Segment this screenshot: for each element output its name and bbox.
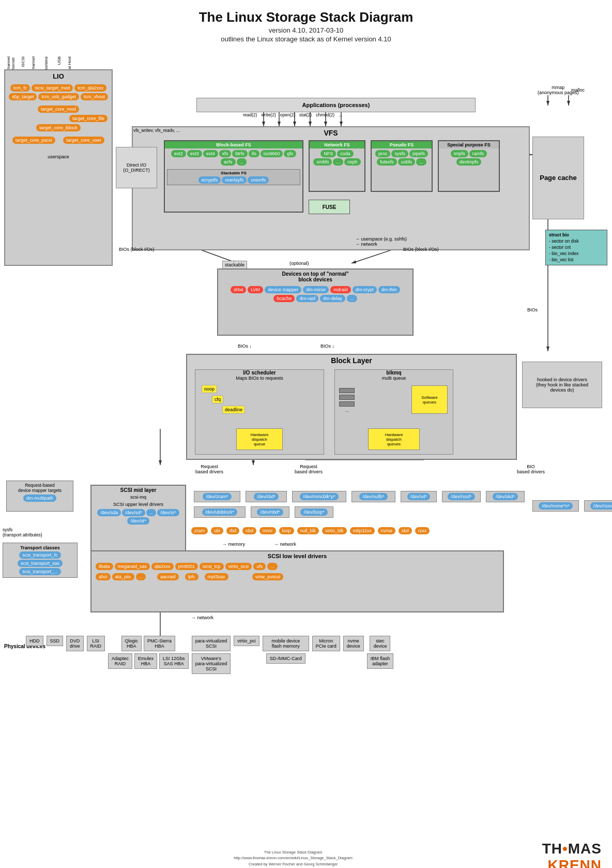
pvscsi-group: para-virtualizedSCSI VMware'spara-virtua… [192, 636, 231, 674]
pill-smbfs: smbfs [313, 158, 332, 166]
pill-tcm-usb: tcm_usb_gadget [38, 93, 79, 100]
subtitle1: version 4.10, 2017-03-10 [0, 26, 612, 34]
pill-nbd: nbd [242, 527, 256, 534]
pill-libata: libata [96, 563, 113, 570]
pill-aacraid: aacraid [157, 573, 179, 580]
fuse-label: FUSE [323, 204, 336, 210]
queue-box-2 [339, 395, 355, 400]
title-area: The Linux Storage Stack Diagram version … [0, 0, 612, 46]
pill-dm-raid: dm-raid [296, 295, 318, 302]
dev-vd-box: /dev/vd* [401, 491, 437, 502]
pill-tcm-fc: tcm_fc [10, 84, 30, 92]
dev-skd-box: /dev/skd* [486, 491, 525, 502]
syscall-write: write(2) [261, 112, 276, 117]
network-fs-section: Network FS NFS coda smbfs ... ceph [309, 140, 365, 192]
scsi-mq-label: scsi-mq [91, 495, 185, 500]
brand-dot: • [562, 841, 568, 857]
dev-ubiblock-box: /dev/ubiblock* [194, 506, 246, 518]
pill-device-mapper: device mapper [265, 286, 301, 293]
pill-dev-nullb: /dev/nullb* [359, 493, 387, 500]
pill-unionfs: unionfs [248, 176, 269, 184]
target-core-bottom-row: target_core_pscsi target_core_user [5, 137, 112, 144]
brand-krenn: KRENN [542, 857, 602, 868]
diagram: Fibre Channelover Ethernet iSCSI Fibre C… [0, 46, 612, 868]
pseudo-fs-pills: proc sysfs pipefs futexfs usbfs ... [372, 148, 432, 167]
pill-coda: coda [337, 150, 354, 157]
pill-dots: ... [237, 158, 247, 166]
pill-dev-sr: /dev/sr* [157, 509, 179, 516]
lio-section: LIO tcm_fc iscsi_target_mod tcm_qla2xxx … [4, 69, 113, 266]
pill-target-core-iblock: target_core_iblock [36, 124, 81, 131]
memory-note: → memory [222, 542, 245, 547]
box-para-virt-scsi: para-virtualizedSCSI [192, 636, 231, 651]
vfs-label: VFS [133, 127, 529, 137]
scsi-low-label: SCSI low level drivers [91, 551, 503, 561]
pill-ext4: ext4 [203, 150, 218, 157]
pill-scsi-dots: scsi_transport_... [19, 568, 61, 575]
stackable-pills: ecryptfs overlayfs unionfs [169, 176, 299, 184]
spacer3 [200, 573, 203, 580]
brand-area: TH•MAS KRENN [542, 841, 602, 868]
pill-overlayfs: overlayfs [222, 176, 247, 184]
stec-group: stecdevice IBM flashadapter [367, 636, 394, 669]
pill-mpt3sas: mpt3sas [205, 573, 228, 580]
pill-dev-sda: /dev/sda [97, 509, 121, 516]
page-wrapper: The Linux Storage Stack Diagram version … [0, 0, 612, 868]
queue-dots: ... [339, 408, 355, 413]
pill-mmc: mmc [259, 527, 276, 534]
box-ibm-flash: IBM flashadapter [367, 653, 394, 669]
transport-classes-box: Transport classes scsi_transport_fc scsi… [3, 543, 78, 578]
dev-nvme-box: /dev/nvme*n* [532, 500, 579, 512]
spacer1 [147, 573, 156, 580]
bios-left-label: BIOs (block I/Os) [119, 247, 155, 252]
pill-dev-mmcblk: /dev/mmcblk*p* [300, 493, 339, 500]
dev-rssd-box: /dev/rssd* [442, 491, 481, 502]
syscall-dots: ... [339, 112, 342, 117]
hba-group: QlogicHBA PMC-SierraHBA AdaptecRAID Emul… [108, 636, 189, 669]
hw-dispatch-queue: Hardwaredispatchqueue [236, 428, 283, 450]
syscall-stat: stat(2) [299, 112, 312, 117]
pill-dev-rbd: /dev/rbd* [254, 493, 279, 500]
applications-box: Applications (processes) [196, 98, 476, 112]
box-vmware-pvscsi: VMware'spara-virtualizedSCSI [192, 653, 231, 674]
sysfs-note: sysfs(transport attributes) [3, 527, 42, 537]
hooked-drivers-box: hooked in device drivers(they hook in li… [522, 362, 602, 408]
syscall-read: read(2) [243, 112, 257, 117]
target-core-iblock-row: target_core_iblock [5, 124, 112, 131]
io-scheduler-section: I/O scheduler Maps BIOs to requests noop… [195, 369, 324, 455]
block-devices-section: Devices on top of "normal"block devices … [217, 268, 414, 336]
pill-dm-delay: dm-delay [320, 295, 345, 302]
pill-virtio-scsi: virtio_scsi [225, 563, 252, 570]
pill-btrfs: btrfs [232, 150, 248, 157]
box-sd-mmc: SD-/MMC-Card [266, 653, 305, 664]
pill-xfs: xfs [219, 150, 232, 157]
pill-bd-dots: ... [347, 295, 357, 302]
dev-rbd-box: /dev/rbd* [246, 491, 287, 502]
special-fs-section: Special purpose FS tmpfs ramfs devtmpfs [438, 140, 500, 192]
pill-virtio-blk: virtio_blk [322, 527, 347, 534]
box-virtio-pci: virtio_pci [234, 636, 259, 646]
pill-dev-rssd: /dev/rssd* [448, 493, 475, 500]
scsi-low-row1: libata megaraid_sas qla2xxx pm8001 iscsi… [91, 561, 503, 572]
target-core-file-row: target_core_file [5, 115, 112, 122]
pill-ceph: ceph [344, 158, 361, 166]
dev-rsxx-box: /dev/rsxx* [584, 500, 612, 512]
scheduler-items: noop cfq deadline [200, 383, 324, 416]
pill-scsi-sas: scsi_transport_sas [18, 560, 63, 567]
request-based-left: Requestbased drivers [195, 464, 223, 474]
network-note2: → network [191, 615, 213, 620]
multi-queue-label: multi queue [335, 376, 453, 381]
pill-dev-nvme: /dev/nvme*n* [539, 502, 573, 510]
queue-box-3 [339, 401, 355, 407]
box-lsi-raid: LSIRAID [87, 636, 105, 651]
pill-null-blk: null_blk [297, 527, 319, 534]
page-cache-box: Page cache [532, 137, 584, 219]
syscall-chmod: chmod(2) [316, 112, 334, 117]
direct-io-label: Direct I/O(O_DIRECT) [123, 162, 150, 173]
brand-thomas: TH•MAS [542, 841, 602, 857]
pill-deadline: deadline [222, 406, 245, 414]
box-stec: stecdevice [370, 636, 390, 651]
pill-nvme: nvme [378, 527, 395, 534]
pill-ubi: ubi [211, 527, 223, 534]
pill-pipefs: pipefs [409, 150, 428, 157]
